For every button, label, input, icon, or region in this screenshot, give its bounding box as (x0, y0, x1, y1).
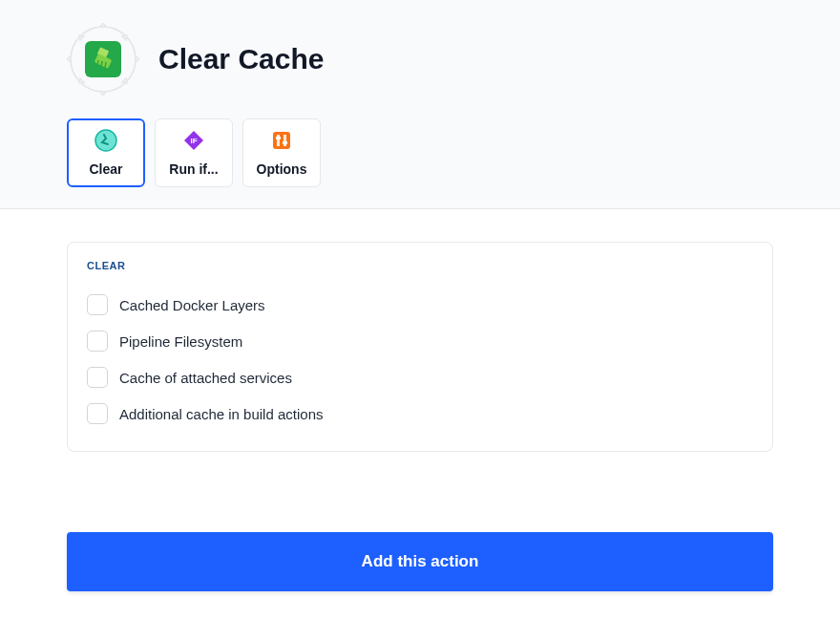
footer-region: Add this action (0, 532, 840, 620)
tab-run-if[interactable]: IF Run if... (155, 118, 233, 187)
svg-line-4 (101, 61, 102, 67)
svg-rect-11 (276, 137, 281, 139)
tabs-row: Clear IF Run if... Options (67, 118, 773, 208)
option-cached-docker-layers[interactable]: Cached Docker Layers (87, 287, 753, 323)
checkbox[interactable] (87, 403, 108, 424)
option-pipeline-filesystem[interactable]: Pipeline Filesystem (87, 323, 753, 359)
checkbox-label: Cache of attached services (119, 370, 292, 386)
svg-point-6 (95, 130, 116, 151)
options-tab-icon (270, 129, 293, 152)
clear-cache-icon (85, 41, 121, 77)
tab-label: Run if... (169, 161, 218, 177)
tab-options[interactable]: Options (242, 118, 321, 187)
tab-label: Clear (89, 161, 122, 177)
svg-rect-10 (284, 135, 286, 146)
checkbox-label: Additional cache in build actions (119, 406, 323, 422)
page-title: Clear Cache (158, 43, 324, 75)
tab-label: Options (257, 161, 307, 177)
clear-tab-icon (94, 129, 117, 152)
svg-text:IF: IF (190, 137, 197, 145)
option-additional-cache-build-actions[interactable]: Additional cache in build actions (87, 396, 753, 432)
title-row: Clear Cache (67, 23, 773, 96)
add-this-action-button[interactable]: Add this action (67, 532, 773, 591)
svg-line-3 (97, 60, 98, 66)
action-logo-badge (67, 23, 139, 96)
tab-clear[interactable]: Clear (67, 118, 145, 187)
svg-rect-8 (273, 132, 290, 149)
checkbox-label: Cached Docker Layers (119, 297, 265, 313)
checkbox-label: Pipeline Filesystem (119, 333, 242, 350)
svg-rect-12 (283, 141, 287, 144)
svg-line-5 (105, 62, 106, 68)
checkbox[interactable] (87, 367, 108, 388)
clear-options-card: CLEAR Cached Docker Layers Pipeline File… (67, 242, 773, 452)
checkbox[interactable] (87, 294, 108, 315)
runif-tab-icon: IF (182, 129, 205, 152)
header-region: Clear Cache Clear IF Run if... (0, 0, 840, 209)
section-label: CLEAR (87, 260, 753, 271)
content-region: CLEAR Cached Docker Layers Pipeline File… (0, 209, 840, 452)
svg-rect-9 (277, 135, 280, 146)
option-cache-attached-services[interactable]: Cache of attached services (87, 359, 753, 396)
checkbox[interactable] (87, 331, 108, 352)
